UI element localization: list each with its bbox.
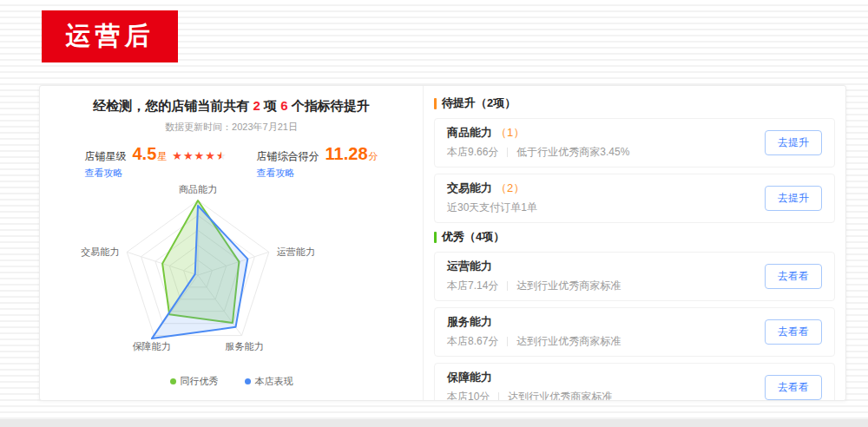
summary-count-indicators: 6 [280,98,287,113]
indicator-info: 保障能力本店10分达到行业优秀商家标准 [447,370,612,400]
detail-text: 本店10分 [447,390,490,400]
section-header: 待提升（2项） [434,95,835,111]
detail-text: 达到行业优秀商家标准 [516,279,621,293]
overview-section: 经检测，您的店铺当前共有 2 项 6 个指标待提升 数据更新时间：2023年7月… [40,86,424,400]
section-header: 优秀（4项） [434,229,835,245]
shop-diagnosis-card: 经检测，您的店铺当前共有 2 项 6 个指标待提升 数据更新时间：2023年7月… [39,85,846,401]
indicator-detail: 近30天支付订单1单 [447,200,537,215]
radar-axis-label: 运营能力 [277,246,315,257]
detail-text: 本店7.14分 [447,279,498,293]
detail-text: 低于行业优秀商家3.45% [516,145,629,160]
indicator-title: 保障能力 [447,370,612,385]
radar-axis-label: 交易能力 [81,246,119,257]
legend-label: 同行优秀 [181,375,219,388]
indicator-info: 交易能力（2）近30天支付订单1单 [447,181,537,215]
star-score-unit: 星 [157,150,167,163]
detail-divider [507,148,508,157]
detail-text: 达到行业优秀商家标准 [508,390,612,400]
legend-item: 本店表现 [245,375,293,388]
detail-divider [507,281,508,291]
composite-score-value: 11.28 [326,144,368,164]
indicator-title: 运营能力 [447,259,621,274]
legend-item: 同行优秀 [170,375,219,388]
star-score-value: 4.5 [132,144,156,164]
indicator-card: 商品能力（1）本店9.66分低于行业优秀商家3.45%去提升 [434,118,835,168]
composite-score-label: 店铺综合得分 [257,149,319,164]
section-title: 优秀（4项） [442,229,504,245]
radar-axis-label: 保障能力 [133,341,171,351]
radar-chart-area: 商品能力运营能力服务能力保障能力交易能力 [40,171,424,378]
radar-axis-label: 服务能力 [226,341,264,351]
indicator-title: 交易能力（2） [447,181,537,196]
summary-count-items: 2 [253,98,260,113]
indicator-info: 运营能力本店7.14分达到行业优秀商家标准 [447,259,621,293]
radar-chart: 商品能力运营能力服务能力保障能力交易能力 [40,171,424,375]
detail-divider [507,337,508,346]
detail-divider [498,392,499,400]
star-rating: ★★★★★★ [172,150,227,161]
radar-axis-label: 商品能力 [179,184,217,194]
indicator-card: 保障能力本店10分达到行业优秀商家标准去看看 [434,363,835,400]
data-update-time: 数据更新时间：2023年7月21日 [40,121,423,134]
legend-dot-icon [170,378,176,384]
indicator-count: （2） [496,181,524,194]
section-accent-bar [434,232,437,243]
composite-score-row: 店铺综合得分 11.28 分 [257,144,378,164]
star-full-icon: ★ [205,149,215,162]
legend-label: 本店表现 [255,375,293,388]
go-button[interactable]: 去看看 [765,319,822,345]
go-button[interactable]: 去看看 [765,264,822,289]
indicator-info: 商品能力（1）本店9.66分低于行业优秀商家3.45% [447,125,629,160]
star-full-icon: ★ [183,149,194,162]
indicator-panel: 待提升（2项）商品能力（1）本店9.66分低于行业优秀商家3.45%去提升交易能… [424,86,845,400]
indicator-info: 服务能力本店8.67分达到行业优秀商家标准 [447,314,621,349]
star-score-label: 店铺星级 [84,149,126,164]
indicator-detail: 本店9.66分低于行业优秀商家3.45% [447,145,629,160]
legend-dot-icon [245,378,251,384]
indicator-card: 交易能力（2）近30天支付订单1单去提升 [434,174,835,223]
star-score-row: 店铺星级 4.5 星 ★★★★★★ [84,144,227,164]
indicator-count: （1） [496,126,524,139]
indicator-card: 运营能力本店7.14分达到行业优秀商家标准去看看 [434,252,835,301]
summary-title-mid: 项 [260,98,280,113]
section-accent-bar [434,98,437,109]
star-half-icon: ★★ [216,150,227,161]
go-button[interactable]: 去提升 [765,130,822,155]
page-bottom-strip [0,419,868,427]
section-title: 待提升（2项） [442,95,516,111]
indicator-card: 服务能力本店8.67分达到行业优秀商家标准去看看 [434,307,835,357]
indicator-title: 商品能力（1） [447,125,629,141]
summary-title: 经检测，您的店铺当前共有 2 项 6 个指标待提升 [40,98,423,115]
detail-text: 近30天支付订单1单 [447,200,537,215]
indicator-detail: 本店7.14分达到行业优秀商家标准 [447,279,621,293]
star-full-icon: ★ [194,149,205,162]
summary-title-prefix: 经检测，您的店铺当前共有 [93,98,253,113]
chart-legend: 同行优秀本店表现 [40,375,423,388]
detail-text: 达到行业优秀商家标准 [516,334,621,349]
detail-text: 本店9.66分 [447,145,498,160]
indicator-detail: 本店8.67分达到行业优秀商家标准 [447,334,621,349]
go-button[interactable]: 去提升 [765,186,822,211]
page-background: 运营后 经检测，您的店铺当前共有 2 项 6 个指标待提升 数据更新时间：202… [0,0,868,427]
summary-title-suffix: 个指标待提升 [288,98,370,113]
detail-text: 本店8.67分 [447,334,498,349]
indicator-detail: 本店10分达到行业优秀商家标准 [447,390,612,400]
composite-score-unit: 分 [369,150,378,163]
stage-badge: 运营后 [42,10,178,62]
go-button[interactable]: 去看看 [765,375,822,400]
indicator-title: 服务能力 [447,314,621,330]
star-full-icon: ★ [172,149,182,162]
stage-badge-label: 运营后 [66,19,155,54]
